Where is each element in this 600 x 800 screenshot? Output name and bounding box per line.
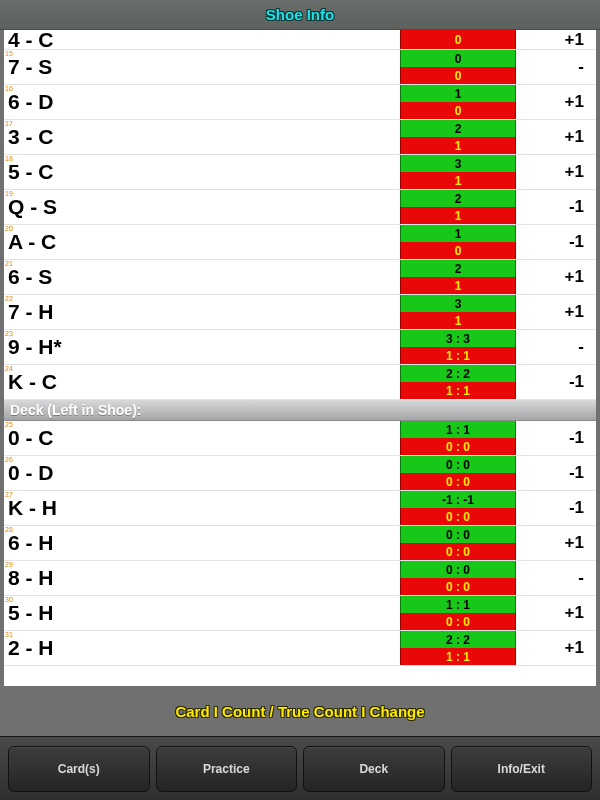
change-value: +1 (516, 526, 596, 560)
count-pill: 31 (400, 155, 516, 189)
tab-deck[interactable]: Deck (303, 746, 445, 792)
table-row[interactable]: 24K - C2 : 21 : 1-1 (4, 365, 596, 400)
tab-cards[interactable]: Card(s) (8, 746, 150, 792)
tab-bar: Card(s) Practice Deck Info/Exit (0, 736, 600, 800)
table-row[interactable]: 173 - C21+1 (4, 120, 596, 155)
true-count: 0 (400, 30, 516, 49)
change-value: - (516, 330, 596, 364)
true-count: 0 : 0 (400, 438, 516, 455)
table-row[interactable]: 185 - C31+1 (4, 155, 596, 190)
row-index: 27 (5, 491, 13, 498)
table-row[interactable]: 4 - C0+1 (4, 30, 596, 50)
running-count: 1 (400, 225, 516, 242)
card-label: 0 - D (4, 456, 400, 490)
true-count: 0 (400, 67, 516, 84)
change-value: -1 (516, 365, 596, 399)
table-row[interactable]: 157 - S00- (4, 50, 596, 85)
table-row[interactable]: 19Q - S21-1 (4, 190, 596, 225)
table-row[interactable]: 298 - H0 : 00 : 0- (4, 561, 596, 596)
card-label: 5 - C (4, 155, 400, 189)
count-pill: 1 : 10 : 0 (400, 596, 516, 630)
true-count: 1 (400, 207, 516, 224)
change-value: +1 (516, 631, 596, 665)
section-header-deck: Deck (Left in Shoe): (4, 400, 596, 421)
count-pill: -1 : -10 : 0 (400, 491, 516, 525)
running-count: 3 (400, 155, 516, 172)
true-count: 1 (400, 277, 516, 294)
change-value: +1 (516, 120, 596, 154)
running-count: 3 : 3 (400, 330, 516, 347)
change-value: +1 (516, 155, 596, 189)
running-count: 2 (400, 260, 516, 277)
change-value: - (516, 561, 596, 595)
card-label: 7 - H (4, 295, 400, 329)
row-index: 17 (5, 120, 13, 127)
table-row[interactable]: 286 - H0 : 00 : 0+1 (4, 526, 596, 561)
table-row[interactable]: 239 - H*3 : 31 : 1- (4, 330, 596, 365)
tab-label: Info/Exit (498, 762, 545, 776)
card-label: 6 - H (4, 526, 400, 560)
table-row[interactable]: 27K - H-1 : -10 : 0-1 (4, 491, 596, 526)
running-count: 3 (400, 295, 516, 312)
change-value: -1 (516, 456, 596, 490)
true-count: 1 : 1 (400, 382, 516, 399)
change-value: +1 (516, 30, 596, 49)
row-index: 30 (5, 596, 13, 603)
card-label: 6 - D (4, 85, 400, 119)
legend-text: Card I Count / True Count I Change (175, 703, 424, 720)
change-value: +1 (516, 596, 596, 630)
running-count: 0 : 0 (400, 561, 516, 578)
running-count: 2 : 2 (400, 631, 516, 648)
table-row[interactable]: 260 - D0 : 00 : 0-1 (4, 456, 596, 491)
row-index: 18 (5, 155, 13, 162)
tab-practice[interactable]: Practice (156, 746, 298, 792)
running-count: 2 (400, 120, 516, 137)
count-pill: 3 : 31 : 1 (400, 330, 516, 364)
card-label: 2 - H (4, 631, 400, 665)
change-value: -1 (516, 190, 596, 224)
count-pill: 2 : 21 : 1 (400, 365, 516, 399)
change-value: - (516, 50, 596, 84)
row-index: 26 (5, 456, 13, 463)
tab-label: Practice (203, 762, 250, 776)
table-row[interactable]: 305 - H1 : 10 : 0+1 (4, 596, 596, 631)
tab-info[interactable]: Info/Exit (451, 746, 593, 792)
card-label: 0 - C (4, 421, 400, 455)
true-count: 0 : 0 (400, 578, 516, 595)
card-label: Q - S (4, 190, 400, 224)
true-count: 0 : 0 (400, 473, 516, 490)
count-pill: 0 : 00 : 0 (400, 561, 516, 595)
card-label: K - C (4, 365, 400, 399)
running-count: 2 : 2 (400, 365, 516, 382)
row-index: 21 (5, 260, 13, 267)
true-count: 0 : 0 (400, 508, 516, 525)
table-row[interactable]: 250 - C1 : 10 : 0-1 (4, 421, 596, 456)
card-label: 6 - S (4, 260, 400, 294)
running-count: 0 : 0 (400, 526, 516, 543)
row-index: 24 (5, 365, 13, 372)
table-row[interactable]: 216 - S21+1 (4, 260, 596, 295)
table-row[interactable]: 166 - D10+1 (4, 85, 596, 120)
table-row[interactable]: 227 - H31+1 (4, 295, 596, 330)
change-value: -1 (516, 491, 596, 525)
count-pill: 21 (400, 190, 516, 224)
true-count: 1 (400, 312, 516, 329)
running-count: 1 (400, 85, 516, 102)
scroll-content[interactable]: 4 - C0+1157 - S00-166 - D10+1173 - C21+1… (0, 30, 600, 686)
count-pill: 10 (400, 85, 516, 119)
count-pill: 21 (400, 260, 516, 294)
running-count: 2 (400, 190, 516, 207)
row-index: 15 (5, 50, 13, 57)
row-index: 20 (5, 225, 13, 232)
count-pill: 0 : 00 : 0 (400, 456, 516, 490)
true-count: 1 (400, 172, 516, 189)
count-pill: 0 : 00 : 0 (400, 526, 516, 560)
row-index: 31 (5, 631, 13, 638)
table-row[interactable]: 312 - H2 : 21 : 1+1 (4, 631, 596, 666)
card-label: 8 - H (4, 561, 400, 595)
true-count: 1 : 1 (400, 347, 516, 364)
table-row[interactable]: 20A - C10-1 (4, 225, 596, 260)
count-pill: 31 (400, 295, 516, 329)
true-count: 1 : 1 (400, 648, 516, 665)
count-pill: 0 (400, 30, 516, 49)
